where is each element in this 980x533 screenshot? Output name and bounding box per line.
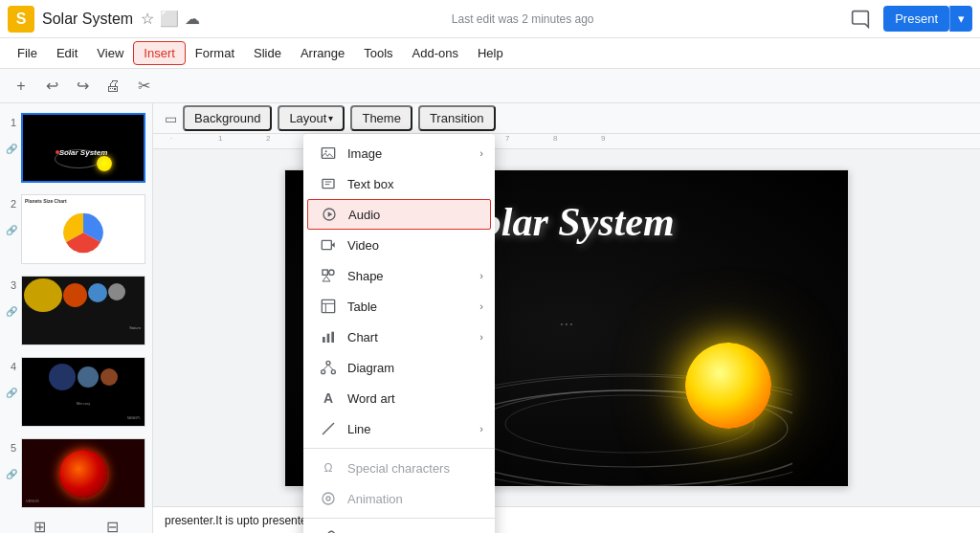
print-btn[interactable]: 🖨 [100, 73, 126, 100]
menu-addons[interactable]: Add-ons [403, 42, 468, 64]
svg-point-24 [322, 370, 325, 374]
svg-rect-8 [323, 179, 334, 188]
redo-btn[interactable]: ↪ [69, 73, 96, 100]
insert-image[interactable]: Image › [303, 138, 495, 168]
slide-link-icon-5: 🔗 [6, 468, 17, 478]
slide-thumb-5[interactable]: 5 VENUS 🔗 [4, 436, 148, 510]
menu-edit[interactable]: Edit [47, 42, 87, 64]
slide-link-icon-4: 🔗 [6, 387, 17, 397]
animation-menu-icon [319, 489, 338, 508]
insert-audio[interactable]: Audio [307, 199, 491, 230]
menu-bar: File Edit View Insert Format Slide Arran… [0, 38, 980, 69]
menu-tools[interactable]: Tools [354, 42, 402, 64]
insert-textbox[interactable]: Text box [303, 168, 495, 199]
menu-insert[interactable]: Insert [133, 41, 186, 65]
chart-label: Chart [347, 330, 378, 344]
slide-image-2: Planets Size Chart [21, 194, 145, 264]
video-menu-icon [319, 235, 338, 255]
diagram-menu-icon [319, 358, 338, 377]
insert-wordart[interactable]: A Word art [303, 383, 495, 413]
add-btn[interactable]: + [8, 73, 34, 100]
svg-rect-12 [322, 240, 331, 249]
transition-button[interactable]: Transition [418, 105, 496, 131]
cloud-icon[interactable]: ☁ [185, 10, 200, 28]
insert-special-chars[interactable]: Ω Special characters [303, 453, 495, 483]
svg-point-25 [331, 370, 335, 374]
svg-rect-22 [331, 332, 334, 343]
slide-icon: ▭ [165, 111, 177, 126]
undo-btn[interactable]: ↩ [38, 73, 65, 100]
insert-chart[interactable]: Chart › [303, 322, 495, 352]
toolbar: + ↩ ↪ 🖨 ✂ [0, 69, 980, 103]
title-icons: ☆ ⬜ ☁ [141, 10, 200, 28]
slide-image-4: Mercury NASA/JPL [21, 357, 145, 427]
sun [685, 343, 771, 429]
star-icon[interactable]: ☆ [141, 10, 154, 28]
theme-button[interactable]: Theme [350, 105, 412, 131]
menu-file[interactable]: File [8, 42, 47, 64]
image-menu-icon [319, 144, 338, 163]
table-menu-icon [319, 297, 338, 316]
list-view-icon[interactable]: ⊟ [106, 518, 119, 533]
menu-view[interactable]: View [87, 42, 133, 64]
insert-shape[interactable]: Shape › [303, 260, 495, 291]
slide-thumb-3[interactable]: 3 Saturn 🔗 [4, 274, 148, 347]
grid-view-icon[interactable]: ⊞ [33, 518, 46, 533]
line-arrow-icon: › [479, 423, 483, 434]
chart-arrow-icon: › [479, 331, 483, 343]
menu-divider-1 [303, 448, 495, 449]
content-area: ▭ Background Layout ▾ Theme Transition ·… [153, 103, 980, 533]
special-chars-menu-icon: Ω [319, 458, 338, 477]
menu-arrange[interactable]: Arrange [291, 42, 354, 64]
svg-line-28 [323, 423, 334, 434]
line-label: Line [347, 422, 371, 436]
slide-thumb-4[interactable]: 4 Mercury NASA/JPL 🔗 [4, 355, 148, 429]
slides-panel: 1 Solar System 🔗 2 Planets Size Chart [0, 103, 153, 533]
background-button[interactable]: Background [183, 105, 272, 131]
wordart-menu-icon: A [319, 389, 338, 408]
animation-label: Animation [347, 492, 403, 506]
slide-canvas-area: Solar System • • • [153, 149, 980, 506]
insert-table[interactable]: Table › [303, 291, 495, 322]
slide-num-3: 3 [6, 279, 21, 291]
insert-line[interactable]: Line › [303, 413, 495, 444]
menu-help[interactable]: Help [468, 42, 513, 64]
svg-rect-20 [323, 337, 325, 343]
secondary-toolbar: ▭ Background Layout ▾ Theme Transition [153, 103, 980, 134]
audio-menu-icon [320, 205, 339, 224]
shape-menu-icon [319, 266, 338, 285]
svg-marker-16 [323, 277, 330, 281]
chart-menu-icon [319, 327, 338, 346]
image-arrow-icon: › [479, 147, 483, 159]
diagram-label: Diagram [347, 361, 394, 375]
video-label: Video [347, 238, 379, 253]
folder-icon[interactable]: ⬜ [160, 10, 179, 28]
insert-diagram[interactable]: Diagram [303, 352, 495, 383]
shape-label: Shape [347, 269, 384, 283]
special-chars-label: Special characters [347, 461, 450, 476]
insert-video[interactable]: Video [303, 230, 495, 260]
layout-button[interactable]: Layout ▾ [278, 105, 345, 131]
insert-menu[interactable]: Image › Text box Audio [303, 134, 495, 533]
link-menu-icon [319, 528, 338, 533]
main-area: 1 Solar System 🔗 2 Planets Size Chart [0, 103, 980, 533]
menu-slide[interactable]: Slide [244, 42, 291, 64]
ruler: · 1 2 3 4 5 6 7 8 9 [153, 134, 980, 149]
present-dropdown[interactable]: ▾ [949, 6, 972, 32]
insert-link[interactable]: Link Ctrl+K [303, 522, 495, 533]
slide-image-1: Solar System [21, 113, 145, 183]
present-button[interactable]: Present [883, 6, 949, 32]
slide-thumb-2[interactable]: 2 Planets Size Chart 🔗 [4, 192, 148, 266]
svg-point-30 [326, 497, 330, 500]
comment-icon-btn[interactable] [845, 4, 876, 34]
paint-format-btn[interactable]: ✂ [130, 73, 157, 100]
svg-rect-17 [322, 300, 334, 312]
menu-format[interactable]: Format [186, 42, 244, 64]
layout-arrow-icon: ▾ [328, 113, 333, 123]
slide-link-icon-2: 🔗 [6, 224, 17, 234]
textbox-menu-icon [319, 174, 338, 193]
insert-animation[interactable]: Animation [303, 483, 495, 514]
slide-link-icon-1: 🔗 [6, 143, 17, 153]
slide-thumb-1[interactable]: 1 Solar System 🔗 [4, 111, 148, 185]
slide-image-3: Saturn [21, 276, 145, 345]
